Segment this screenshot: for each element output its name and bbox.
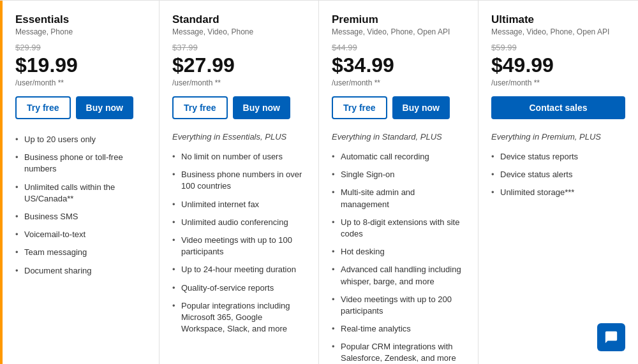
current-price-premium: $34.99 — [332, 54, 465, 77]
list-item: Multi-site admin and management — [332, 185, 465, 212]
try-free-button-essentials[interactable]: Try free — [15, 96, 71, 119]
list-item: Real-time analytics — [332, 321, 465, 337]
buy-now-button-standard[interactable]: Buy now — [233, 96, 290, 119]
btn-row-essentials: Try free Buy now — [15, 96, 146, 119]
section-label-premium: Everything in Standard, PLUS — [332, 132, 465, 142]
list-item: Voicemail-to-text — [15, 227, 146, 242]
price-note-ultimate: /user/month ** — [491, 78, 625, 87]
btn-row-premium: Try free Buy now — [332, 96, 465, 119]
plan-name-essentials: Essentials — [15, 13, 146, 26]
plan-name-ultimate: Ultimate — [491, 13, 625, 26]
list-item: Team messaging — [15, 245, 146, 260]
current-price-essentials: $19.99 — [15, 54, 146, 77]
buy-now-button-essentials[interactable]: Buy now — [76, 96, 133, 119]
buy-now-button-premium[interactable]: Buy now — [392, 96, 450, 119]
feature-list-standard: No limit on number of usersBusiness phon… — [172, 149, 306, 337]
current-price-standard: $27.99 — [172, 54, 306, 77]
feature-list-ultimate: Device status reportsDevice status alert… — [491, 149, 625, 201]
list-item: Automatic call recording — [332, 149, 465, 164]
pricing-grid: Essentials Message, Phone $29.99 $19.99 … — [0, 0, 638, 364]
chat-bubble[interactable] — [597, 323, 625, 351]
original-price-ultimate: $59.99 — [491, 43, 625, 52]
list-item: Video meetings with up to 200 participan… — [332, 292, 465, 319]
current-price-ultimate: $49.99 — [491, 54, 625, 77]
plan-channels-ultimate: Message, Video, Phone, Open API — [491, 27, 625, 36]
list-item: Video meetings with up to 100 participan… — [172, 233, 306, 259]
list-item: Up to 20 users only — [15, 132, 146, 147]
plan-channels-premium: Message, Video, Phone, Open API — [332, 27, 465, 36]
plan-channels-standard: Message, Video, Phone — [172, 27, 306, 36]
list-item: Document sharing — [15, 263, 146, 279]
feature-list-premium: Automatic call recordingSingle Sign-onMu… — [332, 149, 465, 364]
feature-list-essentials: Up to 20 users onlyBusiness phone or tol… — [15, 132, 146, 279]
price-note-essentials: /user/month ** — [15, 78, 146, 87]
plan-name-standard: Standard — [172, 13, 306, 26]
list-item: Single Sign-on — [332, 167, 465, 182]
list-item: Advanced call handling including whisper… — [332, 262, 465, 289]
list-item: Hot desking — [332, 244, 465, 259]
list-item: Up to 8-digit extensions with site codes — [332, 215, 465, 242]
list-item: Business SMS — [15, 209, 146, 224]
list-item: Business phone or toll-free numbers — [15, 150, 146, 177]
plan-channels-essentials: Message, Phone — [15, 27, 146, 36]
list-item: Unlimited internet fax — [172, 197, 306, 212]
price-note-premium: /user/month ** — [332, 78, 465, 87]
plan-premium: Premium Message, Video, Phone, Open API … — [319, 1, 478, 364]
plan-standard: Standard Message, Video, Phone $37.99 $2… — [160, 1, 319, 364]
list-item: Quality-of-service reports — [172, 280, 306, 296]
section-label-standard: Everything in Essentials, PLUS — [172, 132, 306, 142]
list-item: Up to 24-hour meeting duration — [172, 262, 306, 277]
plan-name-premium: Premium — [332, 13, 465, 26]
list-item: Device status reports — [491, 149, 625, 164]
chat-icon — [604, 330, 618, 344]
original-price-essentials: $29.99 — [15, 43, 146, 52]
original-price-standard: $37.99 — [172, 43, 306, 52]
list-item: No limit on number of users — [172, 149, 306, 164]
list-item: Popular integrations including Microsoft… — [172, 298, 306, 337]
price-note-standard: /user/month ** — [172, 78, 306, 87]
btn-row-standard: Try free Buy now — [172, 96, 306, 119]
try-free-button-standard[interactable]: Try free — [172, 96, 228, 119]
list-item: Popular CRM integrations with Salesforce… — [332, 339, 465, 364]
plan-essentials: Essentials Message, Phone $29.99 $19.99 … — [0, 1, 160, 364]
section-label-ultimate: Everything in Premium, PLUS — [491, 132, 625, 142]
list-item: Device status alerts — [491, 167, 625, 182]
list-item: Unlimited audio conferencing — [172, 215, 306, 230]
try-free-button-premium[interactable]: Try free — [332, 96, 387, 119]
original-price-premium: $44.99 — [332, 43, 465, 52]
list-item: Business phone numbers in over 100 count… — [172, 167, 306, 194]
list-item: Unlimited storage*** — [491, 185, 625, 200]
contact-sales-button[interactable]: Contact sales — [491, 96, 625, 119]
list-item: Unlimited calls within the US/Canada** — [15, 180, 146, 207]
plan-ultimate: Ultimate Message, Video, Phone, Open API… — [478, 1, 638, 364]
